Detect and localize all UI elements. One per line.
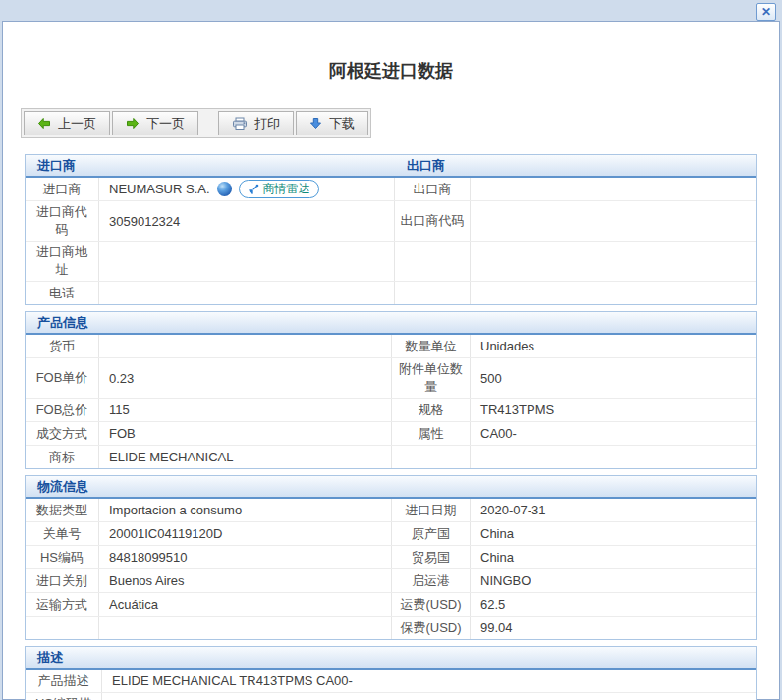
download-button[interactable]: 下载 [296,111,368,135]
field-label: 进口关别 [26,569,99,592]
field-value: 3059012324 [99,201,395,241]
section-product-info: 产品信息 货币 数量单位 Unidades FOB单价 0.23 附件单位数量 … [25,311,757,469]
field-value [471,178,756,200]
field-label: 进口日期 [392,499,471,521]
field-label [26,617,99,639]
radar-badge-label: 商情雷达 [263,181,310,197]
print-button[interactable]: 打印 [218,111,294,135]
field-value [99,335,392,357]
field-label: 成交方式 [26,422,99,445]
page-title: 阿根廷进口数据 [3,59,779,82]
table-row: 进口商代码 3059012324 出口商代码 [26,201,756,242]
field-value: China [471,546,756,568]
field-value: 99.04 [471,617,756,639]
field-value: Unidades [471,335,756,357]
arrow-left-green-icon [37,117,51,130]
prev-page-button[interactable]: 上一页 [24,111,110,135]
field-value: CA00- [471,422,756,445]
field-label [392,446,471,468]
field-label: 进口商 [26,178,99,200]
field-label: 出口商 [395,178,471,200]
close-icon: ✕ [761,5,771,19]
field-value: 500 [471,358,756,398]
field-value: FOB [99,422,392,445]
field-label: FOB总价 [26,399,99,421]
field-label: 启运港 [392,569,471,592]
next-page-button[interactable]: 下一页 [112,111,198,135]
table-row: 电话 [26,282,756,304]
field-label: 关单号 [26,522,99,545]
field-label: 数量单位 [392,335,471,357]
arrow-right-green-icon [126,117,140,130]
globe-icon[interactable] [217,182,232,196]
field-value [471,282,756,304]
toolbar: 上一页 下一页 打印 下载 [21,108,371,138]
table-row: FOB单价 0.23 附件单位数量 500 [26,358,756,399]
field-label: 数据类型 [26,499,99,521]
table-row: 货币 数量单位 Unidades [26,335,756,358]
field-value: TR413TPMS [471,399,756,421]
field-label: 进口商代码 [26,201,99,241]
prev-page-label: 上一页 [58,115,96,133]
table-row: HS编码 84818099510 贸易国 China [26,546,756,569]
field-label: 运费(USD) [392,593,471,616]
field-label: 产品描述 [26,670,102,692]
business-radar-badge[interactable]: 商情雷达 [239,180,319,198]
field-label: 进口商地址 [26,242,99,281]
table-row: 进口商地址 [26,242,756,282]
table-row: HS编码描述 CON SENSOR DE PRESION DE NEUMATIC… [26,693,756,700]
next-page-label: 下一页 [146,115,185,133]
field-label: 电话 [26,282,99,304]
field-value [99,282,395,304]
field-value [471,446,756,468]
field-label: FOB单价 [26,358,99,398]
description-header: 描述 [26,647,756,670]
arrow-down-blue-icon [309,117,322,130]
exporter-header: 出口商 [395,155,756,176]
dialog: 阿根廷进口数据 上一页 下一页 打印 [2,21,780,700]
field-label [395,282,471,304]
field-value [471,242,756,281]
table-row: 数据类型 Importacion a consumo 进口日期 2020-07-… [26,499,756,522]
field-label: 贸易国 [392,546,471,568]
table-row: 运输方式 Acuática 运费(USD) 62.5 [26,593,756,617]
field-label: 商标 [26,446,99,468]
field-value [471,201,756,241]
field-label: 出口商代码 [395,201,471,241]
field-value: Acuática [99,593,392,616]
download-label: 下载 [329,115,355,133]
radar-dish-icon [248,184,259,195]
field-label [395,242,471,281]
field-value [99,242,395,281]
field-value: Importacion a consumo [99,499,392,521]
printer-icon [232,117,248,131]
section-header: 进口商 出口商 [26,155,756,178]
field-value: 115 [99,399,392,421]
table-row: 成交方式 FOB 属性 CA00- [26,422,756,446]
field-label: 货币 [26,335,99,357]
field-label: HS编码描述 [26,693,102,700]
field-label: 附件单位数量 [392,358,471,398]
field-label: 运输方式 [26,593,99,616]
table-row: 进口商 NEUMASUR S.A. 商情雷达 [26,178,756,201]
close-button[interactable]: ✕ [756,3,776,21]
section-importer-exporter: 进口商 出口商 进口商 NEUMASUR S.A. [25,154,757,305]
table-row: FOB总价 115 规格 TR413TPMS [26,399,756,422]
field-value [99,617,392,639]
field-value: 62.5 [471,593,756,616]
field-label: 规格 [392,399,471,421]
field-value: 2020-07-31 [471,499,756,521]
section-logistics-info: 物流信息 数据类型 Importacion a consumo 进口日期 202… [25,475,757,640]
table-row: 保费(USD) 99.04 [26,617,756,639]
field-value: ELIDE MECHANICAL [99,446,392,468]
field-label: 保费(USD) [392,617,471,639]
table-row: 商标 ELIDE MECHANICAL [26,446,756,468]
field-value: CON SENSOR DE PRESION DE NEUMATICO. PARA… [102,693,756,700]
field-value: NEUMASUR S.A. 商情雷达 [99,178,395,200]
section-description: 描述 产品描述 ELIDE MECHANICAL TR413TPMS CA00-… [25,646,757,700]
field-value: ELIDE MECHANICAL TR413TPMS CA00- [102,670,756,692]
field-value: China [471,522,756,545]
field-value: 84818099510 [99,546,392,568]
field-label: 属性 [392,422,471,445]
field-label: 原产国 [392,522,471,545]
